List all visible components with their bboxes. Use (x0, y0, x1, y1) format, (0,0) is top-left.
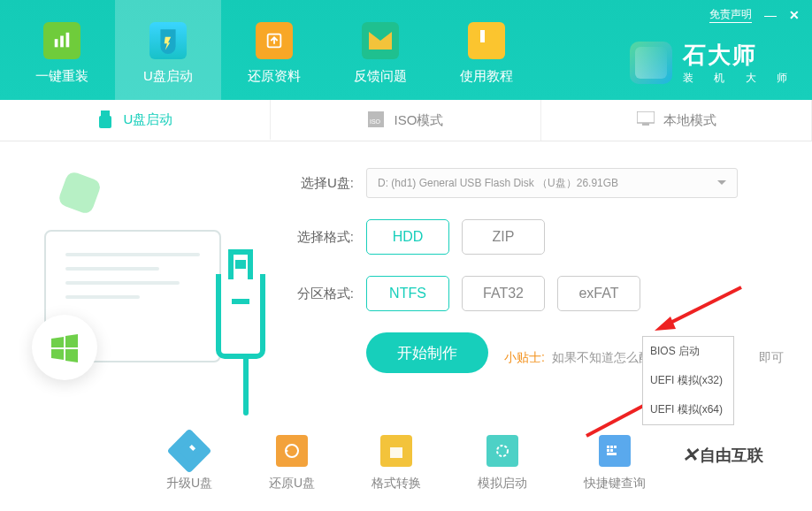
upgrade-usb-icon (166, 429, 211, 474)
tool-label: 快捷键查询 (584, 476, 646, 492)
popup-item-uefi-x64[interactable]: UEFI 模拟(x64) (643, 395, 733, 424)
tool-format-convert[interactable]: 格式转换 (372, 435, 421, 492)
usb-select[interactable]: D: (hd1) General USB Flash Disk （U盘）26.9… (366, 168, 738, 198)
svg-text:ISO: ISO (370, 118, 381, 125)
illustration (27, 168, 257, 424)
svg-rect-26 (614, 446, 617, 448)
svg-rect-11 (637, 111, 655, 123)
tab-label: U盘启动 (124, 111, 173, 128)
svg-rect-21 (390, 444, 402, 447)
close-button[interactable]: ✕ (789, 8, 800, 22)
tool-upgrade-usb[interactable]: 升级U盘 (166, 435, 212, 492)
chevron-down-icon (717, 180, 726, 189)
local-icon (637, 111, 655, 129)
svg-rect-1 (60, 36, 64, 48)
watermark: ✕ 自由互联 (682, 444, 763, 467)
usb-icon (97, 111, 115, 128)
feedback-icon (362, 22, 399, 59)
svg-rect-7 (101, 111, 110, 116)
tool-label: 升级U盘 (166, 476, 212, 492)
nav-item-restore[interactable]: 还原资料 (221, 0, 327, 100)
minimize-button[interactable]: — (764, 8, 777, 22)
nav-label: 使用教程 (460, 68, 513, 85)
reinstall-icon (43, 22, 80, 59)
fs-option-ntfs[interactable]: NTFS (366, 276, 449, 311)
boot-mode-popup: BIOS 启动 UEFI 模拟(x32) UEFI 模拟(x64) (642, 336, 734, 425)
hotkey-icon (599, 435, 631, 467)
brand-subtitle: 装 机 大 师 (683, 71, 796, 86)
svg-point-22 (497, 446, 508, 456)
nav-label: U盘启动 (143, 68, 193, 85)
nav-label: 还原资料 (248, 68, 301, 85)
fs-label: 分区格式: (283, 286, 354, 302)
watermark-x-icon: ✕ (682, 444, 696, 467)
tip-tail: 即可 (759, 350, 784, 366)
tool-hotkey-lookup[interactable]: 快捷键查询 (584, 435, 646, 492)
format-option-hdd[interactable]: HDD (366, 219, 449, 255)
svg-rect-2 (66, 33, 70, 48)
tab-local-mode[interactable]: 本地模式 (541, 100, 812, 141)
fs-option-fat32[interactable]: FAT32 (462, 276, 545, 311)
tab-iso-mode[interactable]: ISO ISO模式 (271, 100, 541, 141)
tool-restore-usb[interactable]: 还原U盘 (269, 435, 315, 492)
disclaimer-link[interactable]: 免责声明 (709, 7, 752, 23)
tab-usb-boot[interactable]: U盘启动 (0, 100, 271, 141)
svg-rect-28 (610, 449, 613, 452)
svg-rect-25 (610, 446, 613, 448)
tool-label: 还原U盘 (269, 476, 315, 492)
tool-label: 模拟启动 (478, 476, 527, 492)
nav-item-tutorial[interactable]: 使用教程 (433, 0, 540, 100)
brand-logo: 石大师 装 机 大 师 (630, 40, 796, 86)
tab-label: 本地模式 (663, 112, 716, 129)
svg-rect-17 (178, 439, 200, 461)
format-label: 选择格式: (283, 229, 354, 246)
select-usb-label: 选择U盘: (283, 175, 354, 192)
windows-icon (32, 315, 97, 380)
brand-name: 石大师 (683, 40, 796, 71)
start-button[interactable]: 开始制作 (366, 332, 488, 373)
tutorial-icon (468, 22, 505, 59)
nav-item-usb-boot[interactable]: U盘启动 (115, 0, 221, 100)
app-header: 免责声明 — ✕ 一键重装 U盘启动 还原资料 反馈问题 (0, 0, 812, 100)
svg-rect-29 (607, 453, 617, 455)
fs-option-exfat[interactable]: exFAT (557, 276, 640, 311)
nav-label: 反馈问题 (354, 68, 407, 85)
watermark-text: 自由互联 (700, 445, 763, 466)
restore-usb-icon (276, 435, 308, 467)
iso-icon: ISO (368, 111, 386, 129)
format-option-zip[interactable]: ZIP (462, 219, 545, 255)
svg-rect-8 (99, 116, 111, 128)
usb-boot-icon (149, 22, 187, 59)
main-nav: 一键重装 U盘启动 还原资料 反馈问题 使用教程 (9, 0, 540, 100)
mode-tabs: U盘启动 ISO ISO模式 本地模式 (0, 100, 812, 141)
popup-item-bios[interactable]: BIOS 启动 (643, 337, 733, 366)
nav-label: 一键重装 (35, 68, 88, 85)
svg-rect-5 (477, 30, 496, 51)
title-bar: 免责声明 — ✕ (697, 0, 812, 30)
svg-rect-12 (642, 123, 649, 126)
tab-label: ISO模式 (395, 112, 444, 129)
nav-item-reinstall[interactable]: 一键重装 (9, 0, 115, 100)
restore-icon (256, 22, 293, 59)
tip-label: 小贴士: (504, 350, 545, 366)
format-convert-icon (380, 435, 412, 467)
popup-item-uefi-x32[interactable]: UEFI 模拟(x32) (643, 366, 733, 395)
usb-select-value: D: (hd1) General USB Flash Disk （U盘）26.9… (378, 176, 618, 191)
tool-simulate-boot[interactable]: 模拟启动 (478, 435, 527, 492)
nav-item-feedback[interactable]: 反馈问题 (327, 0, 433, 100)
svg-rect-6 (480, 30, 485, 42)
logo-mark-icon (630, 42, 672, 84)
tool-label: 格式转换 (372, 476, 421, 492)
simulate-boot-icon (486, 435, 518, 467)
svg-rect-27 (607, 449, 609, 452)
svg-rect-24 (607, 446, 609, 448)
svg-rect-0 (55, 39, 58, 47)
